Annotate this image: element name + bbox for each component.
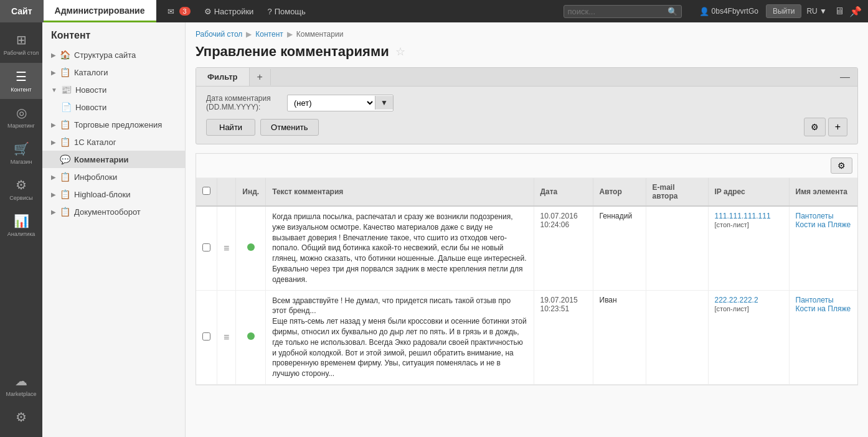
breadcrumb-content[interactable]: Контент <box>255 30 283 39</box>
sidebar-item-analytics[interactable]: 📊 Аналитика <box>0 207 42 243</box>
row-author: Иван <box>600 296 617 304</box>
arrow-icon: ▼ <box>51 87 57 93</box>
filter-minimize-button[interactable]: — <box>833 69 857 85</box>
sidebar-settings-button[interactable]: ⚙ <box>16 403 27 431</box>
breadcrumb-desktop[interactable]: Рабочий стол <box>196 30 242 39</box>
row-ip-note: [стоп-лист] <box>715 305 749 312</box>
filter-gear-button[interactable]: ⚙ <box>804 118 826 136</box>
language-selector[interactable]: RU ▼ <box>804 7 829 16</box>
row-indicator-cell <box>236 290 266 384</box>
col-header-date[interactable]: Дата <box>534 178 593 206</box>
col-header-element[interactable]: Имя элемента <box>789 178 857 206</box>
1c-icon: 📋 <box>60 137 70 147</box>
row-element-link[interactable]: Пантолеты Кости на Пляже <box>796 296 851 313</box>
sidebar-item-news-group[interactable]: ▼ 📰 Новости <box>42 81 185 98</box>
sidebar-item-structure[interactable]: ▶ 🏠 Структура сайта <box>42 46 185 63</box>
site-button[interactable]: Сайт <box>0 0 44 22</box>
main-content: Рабочий стол ▶ Контент ▶ Комментарии Упр… <box>186 22 868 437</box>
sidebar-item-news-sub[interactable]: 📄 Новости <box>42 98 185 116</box>
row-menu-icon: ≡ <box>224 243 229 253</box>
gear-icon: ⚙ <box>811 122 819 132</box>
help-button[interactable]: ? Помощь <box>262 7 310 16</box>
filter-box: Фильтр + — Дата комментария (DD.MM.YYYY)… <box>196 67 858 144</box>
messages-button[interactable]: ✉ 3 <box>163 7 196 16</box>
filter-row-date: Дата комментария (DD.MM.YYYY): (нет) ▼ <box>206 94 847 111</box>
row-element-link[interactable]: Пантолеты Кости на Пляже <box>796 212 851 229</box>
top-nav: Сайт Администрирование ✉ 3 ⚙ Настройки ?… <box>0 0 868 22</box>
analytics-icon: 📊 <box>14 214 29 228</box>
settings-nav-button[interactable]: ⚙ Настройки <box>199 7 259 16</box>
sidebar-item-catalogs[interactable]: ▶ 📋 Каталоги <box>42 63 185 81</box>
arrow-icon: ▶ <box>51 209 56 215</box>
marketplace-icon: ☁ <box>15 374 27 388</box>
table-area: ⚙ Инд. Текст комментария <box>196 153 858 385</box>
arrow-icon: ▶ <box>51 52 56 59</box>
select-all-checkbox[interactable] <box>202 187 210 195</box>
trade-icon: 📋 <box>60 120 70 129</box>
breadcrumb-comments: Комментарии <box>296 30 344 39</box>
nav-sidebar: Контент ▶ 🏠 Структура сайта ▶ 📋 Каталоги… <box>42 22 186 437</box>
row-checkbox-cell <box>196 206 217 290</box>
col-header-ip[interactable]: IP адрес <box>708 178 789 206</box>
filter-right-actions: ⚙ + <box>804 118 847 136</box>
row-checkbox[interactable] <box>202 243 210 251</box>
filter-plus-button[interactable]: + <box>828 118 847 136</box>
filter-cancel-button[interactable]: Отменить <box>260 119 318 136</box>
sidebar-item-marketplace[interactable]: ☁ Marketplace <box>0 367 42 403</box>
sidebar-item-1c[interactable]: ▶ 📋 1С Каталог <box>42 133 185 151</box>
comment-text: Всем здравствуйте ! Не думал, что придет… <box>272 296 526 378</box>
sidebar-item-highload[interactable]: ▶ 📋 Highload-блоки <box>42 186 185 203</box>
filter-date-dropdown-btn[interactable]: ▼ <box>375 96 393 110</box>
table-toolbar: ⚙ <box>196 154 857 178</box>
sidebar-item-documents[interactable]: ▶ 📋 Документооборот <box>42 203 185 220</box>
sidebar-item-services[interactable]: ⚙ Сервисы <box>0 171 42 207</box>
user-avatar[interactable]: 👤 0bs4FbyvrtGo <box>694 7 763 16</box>
comments-icon: 💬 <box>60 154 70 164</box>
col-header-text[interactable]: Текст комментария <box>266 178 534 206</box>
row-date-cell: 10.07.201610:24:06 <box>534 206 593 290</box>
row-ip-cell: 111.111.111.111 [стоп-лист] <box>708 206 789 290</box>
table-row: ≡ Когда пришла посылка, распечатал и сра… <box>196 206 857 290</box>
filter-date-label: Дата комментария (DD.MM.YYYY): <box>206 94 281 111</box>
favorite-star-icon[interactable]: ☆ <box>395 45 405 59</box>
infoblock-icon: 📋 <box>60 172 70 182</box>
comments-table: Инд. Текст комментария Дата Автор E-mail <box>196 178 857 385</box>
row-ip[interactable]: 111.111.111.111 <box>715 212 771 220</box>
row-author-cell: Иван <box>593 290 646 384</box>
logout-button[interactable]: Выйти <box>766 4 802 18</box>
col-header-email[interactable]: E-mail автора <box>646 178 708 206</box>
sidebar-item-marketing[interactable]: ◎ Маркетинг <box>0 99 42 135</box>
col-header-ind[interactable]: Инд. <box>236 178 266 206</box>
filter-tab-filter[interactable]: Фильтр <box>196 68 250 86</box>
sidebar-item-trade[interactable]: ▶ 📋 Торговые предложения <box>42 116 185 133</box>
help-icon: ? <box>267 7 271 16</box>
page-title: Управление комментариями <box>196 44 389 60</box>
services-icon: ⚙ <box>16 177 27 192</box>
structure-icon: 🏠 <box>60 50 70 60</box>
sidebar-item-comments[interactable]: 💬 Комментарии <box>42 151 185 168</box>
marketing-icon: ◎ <box>16 105 27 120</box>
active-indicator <box>247 332 255 340</box>
sidebar-item-infoblocks[interactable]: ▶ 📋 Инфоблоки <box>42 168 185 186</box>
row-element-cell: Пантолеты Кости на Пляже <box>789 290 857 384</box>
breadcrumb: Рабочий стол ▶ Контент ▶ Комментарии <box>196 30 858 39</box>
content-icon: ☰ <box>16 69 27 84</box>
filter-find-button[interactable]: Найти <box>206 119 255 136</box>
col-header-author[interactable]: Автор <box>593 178 646 206</box>
filter-date-select[interactable]: (нет) <box>288 95 375 111</box>
search-input[interactable] <box>568 7 668 16</box>
sidebar-item-shop[interactable]: 🛒 Магазин <box>0 135 42 171</box>
sidebar-item-content[interactable]: ☰ Контент <box>0 63 42 99</box>
arrow-icon: ▶ <box>51 139 56 146</box>
filter-tab-add-button[interactable]: + <box>250 69 271 85</box>
row-checkbox[interactable] <box>202 332 210 341</box>
row-date: 19.07.201510:23:51 <box>540 296 578 313</box>
sidebar-item-desktop[interactable]: ⊞ Рабочий стол <box>0 26 42 63</box>
row-menu-cell[interactable]: ≡ <box>217 290 236 384</box>
table-gear-button[interactable]: ⚙ <box>831 157 852 174</box>
top-nav-mid: ✉ 3 ⚙ Настройки ? Помощь <box>156 7 564 16</box>
row-menu-cell[interactable]: ≡ <box>217 206 236 290</box>
admin-button[interactable]: Администрирование <box>44 0 156 22</box>
row-ip[interactable]: 222.22.222.2 <box>715 296 758 304</box>
table-row: ≡ Всем здравствуйте ! Не думал, что прид… <box>196 290 857 384</box>
